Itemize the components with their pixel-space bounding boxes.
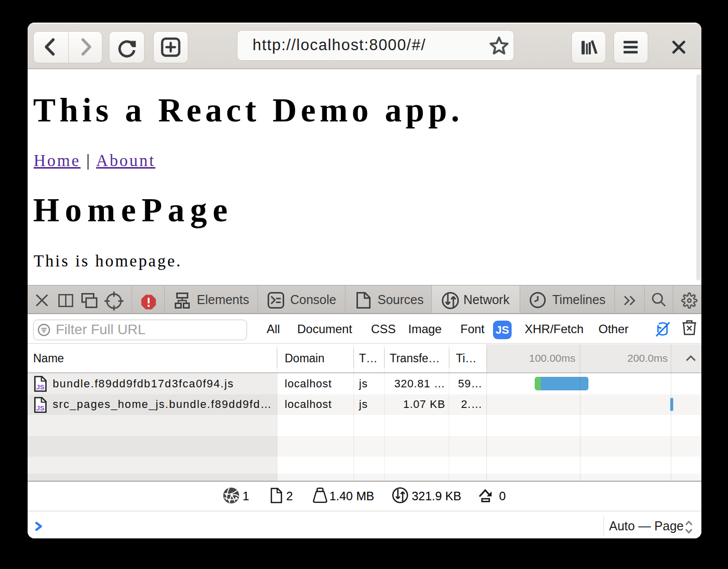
svg-text:JS: JS (36, 383, 45, 391)
svg-text:JS: JS (36, 404, 45, 412)
